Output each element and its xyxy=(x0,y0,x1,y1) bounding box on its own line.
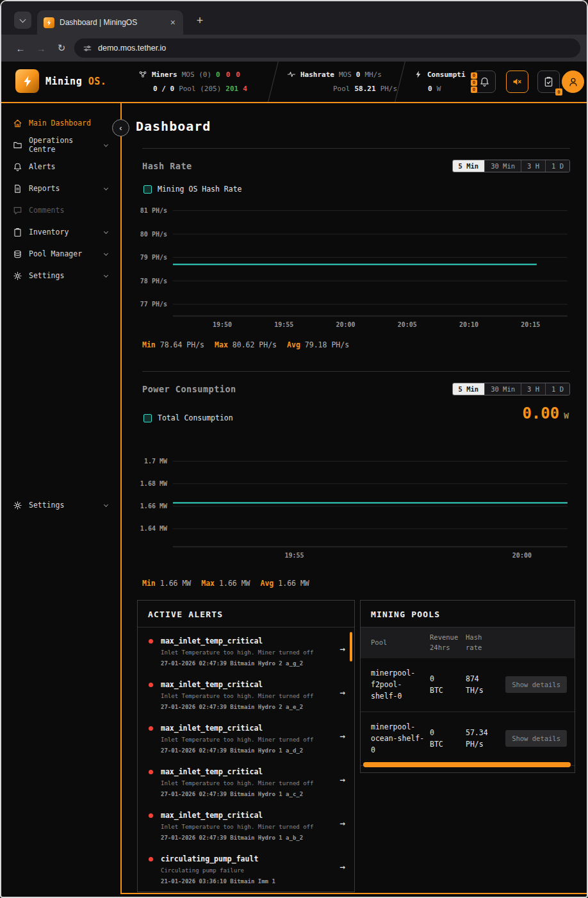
hashrate-section-title: Hash Rate xyxy=(142,161,192,171)
chevron-down-icon xyxy=(104,229,108,233)
summary-stat-key: Min xyxy=(142,340,156,349)
back-button[interactable]: ← xyxy=(10,43,31,54)
address-bar[interactable]: demo.mos.tether.io xyxy=(74,38,580,58)
alert-arrow-icon[interactable]: → xyxy=(340,731,345,741)
pools-table-header: Pool Revenue24hrs Hashrate xyxy=(361,628,575,658)
app-logo[interactable]: Mining OS. xyxy=(15,69,106,93)
pool-revenue: 0BTC xyxy=(430,673,466,697)
alert-arrow-icon[interactable]: → xyxy=(340,644,345,654)
vertical-scrollbar[interactable] xyxy=(350,632,352,661)
svg-text:80 PH/s: 80 PH/s xyxy=(140,231,167,238)
page-title: Dashboard xyxy=(136,119,211,134)
current-consumption-value: 0.00 xyxy=(522,404,559,422)
consumption-title: Consumpti xyxy=(427,71,466,79)
hashrate-range-selector: 5 Min30 Min3 H1 D xyxy=(452,160,570,172)
alert-timestamp: 27-01-2026 02:47:39 Bitmain Hydro 2 a_e_… xyxy=(161,704,332,710)
alert-description: Circulating pump failure xyxy=(161,867,332,876)
alert-description: Inlet Temperature too high. Miner turned… xyxy=(161,823,332,832)
consumption-bolt-icon xyxy=(414,70,423,79)
horizontal-scrollbar[interactable] xyxy=(363,762,571,767)
alert-timestamp: 27-01-2026 02:47:39 Bitmain Hydro 1 a_d_… xyxy=(161,747,332,754)
chevron-down-icon xyxy=(104,251,108,255)
sidebar-item[interactable]: Operations Centre xyxy=(1,134,120,156)
series-checkbox[interactable] xyxy=(143,185,152,194)
hashrate-legend-label: Mining OS Hash Rate xyxy=(158,185,242,194)
sidebar-item[interactable]: Comments xyxy=(1,199,120,221)
chevron-down-icon xyxy=(104,272,108,277)
speaker-muted-icon xyxy=(512,76,523,87)
sidebar-item[interactable]: Pool Manager xyxy=(1,243,120,265)
alert-arrow-icon[interactable]: → xyxy=(340,861,345,872)
alert-severity-dot xyxy=(149,857,153,861)
tasks-badge: 0 xyxy=(555,88,562,96)
sidebar-item-settings-bottom[interactable]: Settings xyxy=(1,494,120,516)
sidebar-item-icon xyxy=(13,119,22,128)
sidebar-item[interactable]: Alerts xyxy=(1,156,120,178)
range-option-label: 5 Min xyxy=(459,162,479,170)
reload-button[interactable]: ↻ xyxy=(51,42,72,54)
alert-arrow-icon[interactable]: → xyxy=(340,818,345,828)
power-consumption-chart: 1.7 MW1.68 MW1.66 MW1.64 MW19:5520:00 xyxy=(136,448,570,563)
tasks-button[interactable]: 0 xyxy=(537,71,560,93)
sidebar-item[interactable]: Inventory xyxy=(1,221,120,243)
sidebar-item-label: Settings xyxy=(29,501,64,510)
series-checkbox[interactable] xyxy=(143,414,152,422)
range-option[interactable]: 30 Min xyxy=(484,160,521,172)
miners-stats: Miners MOS (0) 000 0 / 0 Pool (205) 201 … xyxy=(138,67,247,96)
person-icon xyxy=(568,76,579,88)
show-details-button[interactable]: Show details xyxy=(505,730,567,747)
site-settings-icon[interactable] xyxy=(83,44,92,53)
range-option[interactable]: 3 H xyxy=(521,160,545,172)
alert-severity-dot xyxy=(149,683,153,687)
profile-button[interactable] xyxy=(562,71,584,93)
show-details-button[interactable]: Show details xyxy=(505,676,567,693)
chevron-down-icon xyxy=(104,185,108,190)
svg-text:19:50: 19:50 xyxy=(213,321,232,328)
browser-tab[interactable]: Dashboard | MiningOS × xyxy=(37,10,183,35)
pools-column-header: Revenue24hrs xyxy=(430,633,466,653)
svg-text:20:00: 20:00 xyxy=(512,552,532,559)
sidebar-item[interactable]: Reports xyxy=(1,178,120,199)
alert-list-item[interactable]: max_inlet_temp_critical Inlet Temperatur… xyxy=(138,717,354,760)
gear-icon xyxy=(13,501,22,510)
sidebar-item-icon xyxy=(13,140,22,150)
notifications-button[interactable]: 000 xyxy=(473,71,496,93)
new-tab-button[interactable]: + xyxy=(192,13,208,28)
pools-panel-title: MINING POOLS xyxy=(361,601,575,628)
pool-table-row: minerpool-ocean-shelf-0 0BTC 57.34PH/s S… xyxy=(361,712,575,766)
sidebar-item-icon xyxy=(13,228,22,237)
range-option[interactable]: 3 H xyxy=(521,383,545,395)
alert-list-item[interactable]: max_inlet_temp_critical Inlet Temperatur… xyxy=(138,804,354,847)
alert-severity-dot xyxy=(149,726,153,731)
sidebar-collapse-button[interactable]: ‹ xyxy=(112,119,129,137)
chevron-down-icon xyxy=(20,16,26,22)
sidebar-item-label: Alerts xyxy=(29,162,56,171)
range-option[interactable]: 1 D xyxy=(545,160,569,172)
range-option[interactable]: 30 Min xyxy=(484,383,521,395)
alert-arrow-icon[interactable]: → xyxy=(340,687,345,697)
browser-toolbar: ← → ↻ demo.mos.tether.io xyxy=(1,35,587,62)
alert-list-item[interactable]: max_inlet_temp_critical Inlet Temperatur… xyxy=(138,760,354,804)
range-option[interactable]: 5 Min xyxy=(453,383,485,395)
alert-arrow-icon[interactable]: → xyxy=(340,774,345,785)
mute-button[interactable] xyxy=(506,71,528,93)
alert-title: max_inlet_temp_critical xyxy=(161,767,332,776)
alert-list-item[interactable]: circulating_pump_fault Circulating pump … xyxy=(138,847,354,891)
sidebar-item[interactable]: Settings xyxy=(1,265,120,287)
logo-text: Mining OS. xyxy=(45,76,106,87)
logo-bolt-icon xyxy=(15,69,39,93)
alert-list-item[interactable]: max_inlet_temp_critical Inlet Temperatur… xyxy=(138,629,354,673)
sidebar-item-icon xyxy=(13,184,22,194)
alert-title: max_inlet_temp_critical xyxy=(161,680,332,689)
tab-search-button[interactable] xyxy=(14,12,31,29)
range-option-label: 1 D xyxy=(551,385,564,393)
tab-close-icon[interactable]: × xyxy=(169,17,177,28)
alert-list-item[interactable]: max_inlet_temp_critical Inlet Temperatur… xyxy=(138,673,354,717)
hashrate-pool-value: 58.21 xyxy=(355,85,376,93)
sidebar-item[interactable]: Main Dashboard xyxy=(1,112,120,134)
range-option[interactable]: 1 D xyxy=(545,383,569,395)
range-option[interactable]: 5 Min xyxy=(453,160,485,172)
svg-text:19:55: 19:55 xyxy=(284,552,304,559)
forward-button[interactable]: → xyxy=(31,43,51,54)
current-consumption-unit: W xyxy=(564,411,569,420)
